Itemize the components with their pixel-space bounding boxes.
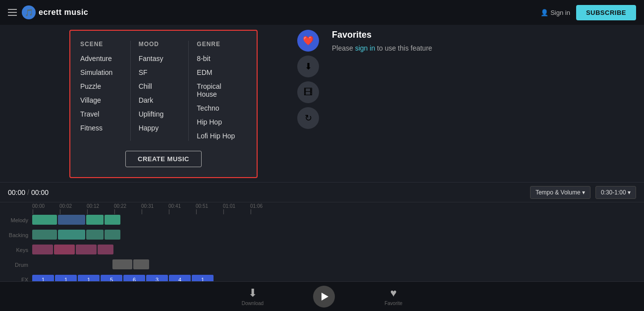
- timeline-area: 00:00 / 00:00 Tempo & Volume ▾ 0:30-1:00…: [0, 182, 644, 281]
- action-buttons-col: ❤️ ⬇ 🎞 ↻: [297, 30, 319, 129]
- backing-track: Backing: [0, 228, 644, 242]
- ruler-mark-7: 01:01|: [223, 203, 235, 214]
- scene-village[interactable]: Village: [80, 95, 125, 105]
- duration-button[interactable]: 0:30-1:00 ▾: [595, 186, 636, 199]
- backing-label: Backing: [0, 232, 32, 238]
- timeline-header: 00:00 / 00:00 Tempo & Volume ▾ 0:30-1:00…: [0, 183, 644, 202]
- duration-label: 0:30-1:00: [601, 189, 626, 196]
- play-icon: [322, 293, 328, 301]
- scene-column: SCENE Adventure Simulation Puzzle Villag…: [80, 41, 130, 141]
- tempo-label: Tempo & Volume: [536, 189, 581, 196]
- melody-blocks: [32, 215, 644, 226]
- heart-player-icon: ♥: [390, 287, 397, 300]
- keys-track: Keys: [0, 243, 644, 257]
- film-button[interactable]: 🎞: [297, 81, 319, 103]
- keys-block-3: [76, 245, 97, 254]
- header-left: 🎵 ecrett music: [8, 5, 88, 19]
- genre-techno[interactable]: Techno: [197, 103, 242, 113]
- main-area: SCENE Adventure Simulation Puzzle Villag…: [0, 25, 644, 192]
- keys-block-2: [54, 245, 75, 254]
- logo-icon: 🎵: [22, 5, 36, 19]
- drum-block-1: [112, 259, 132, 269]
- backing-block-1: [32, 230, 57, 240]
- backing-blocks: [32, 230, 644, 241]
- play-button[interactable]: [313, 286, 335, 308]
- heart-button[interactable]: ❤️: [297, 30, 319, 52]
- melody-block-4: [105, 215, 120, 225]
- sign-in-button[interactable]: 👤 Sign in: [540, 9, 570, 16]
- refresh-button[interactable]: ↻: [297, 107, 319, 129]
- header-right: 👤 Sign in SUBSCRIBE: [540, 5, 636, 20]
- download-player-icon: ⬇: [248, 287, 257, 300]
- time-separator: /: [27, 188, 29, 196]
- genre-header: GENRE: [197, 41, 242, 48]
- drum-blocks: [32, 259, 644, 270]
- total-time: 00:00: [31, 188, 49, 196]
- favorite-player-action[interactable]: ♥ Favorite: [384, 287, 402, 306]
- drum-track: Drum: [0, 258, 644, 272]
- time-display: 00:00 / 00:00: [8, 188, 49, 196]
- ruler-mark-1: 00:02|: [59, 203, 72, 214]
- sign-in-link[interactable]: sign in: [355, 44, 375, 52]
- genre-edm[interactable]: EDM: [197, 67, 242, 77]
- mood-header: MOOD: [139, 41, 184, 48]
- ruler-mark-6: 00:51|: [196, 203, 208, 214]
- favorites-panel: Favorites Please sign in to use this fea…: [332, 30, 432, 52]
- genre-8bit[interactable]: 8-bit: [197, 54, 242, 63]
- logo-area: 🎵 ecrett music: [22, 5, 88, 19]
- create-music-row: CREATE MUSIC: [80, 151, 247, 167]
- sign-in-label: Sign in: [550, 9, 570, 16]
- download-player-action[interactable]: ⬇ Download: [242, 287, 264, 306]
- mood-items: Fantasy SF Chill Dark Uplifting Happy: [139, 54, 184, 133]
- scene-items: Adventure Simulation Puzzle Village Trav…: [80, 54, 125, 133]
- hamburger-menu[interactable]: [8, 9, 17, 16]
- keys-block-1: [32, 245, 53, 254]
- melody-block-3: [86, 215, 104, 225]
- scene-travel[interactable]: Travel: [80, 109, 125, 119]
- header: 🎵 ecrett music 👤 Sign in SUBSCRIBE: [0, 0, 644, 25]
- genre-items: 8-bit EDM Tropical House Techno Hip Hop …: [197, 54, 242, 141]
- favorites-pre-text: Please: [332, 44, 355, 52]
- genre-tropical[interactable]: Tropical House: [197, 81, 242, 99]
- player-bar: ⬇ Download ♥ Favorite: [0, 281, 644, 311]
- tempo-volume-button[interactable]: Tempo & Volume ▾: [530, 186, 590, 199]
- mood-chill[interactable]: Chill: [139, 81, 184, 91]
- melody-label: Melody: [0, 217, 32, 223]
- scene-fitness[interactable]: Fitness: [80, 123, 125, 133]
- dropdown-panel: SCENE Adventure Simulation Puzzle Villag…: [69, 30, 258, 178]
- ruler-mark-0: 00:00|: [32, 203, 45, 214]
- favorites-post-text: to use this feature: [375, 44, 432, 52]
- keys-label: Keys: [0, 247, 32, 253]
- mood-sf[interactable]: SF: [139, 67, 184, 77]
- genre-lofi[interactable]: Lofi Hip Hop: [197, 131, 242, 141]
- backing-block-2: [58, 230, 85, 240]
- subscribe-button[interactable]: SUBSCRIBE: [576, 5, 636, 20]
- drum-block-2: [133, 259, 149, 269]
- mood-fantasy[interactable]: Fantasy: [139, 54, 184, 63]
- favorites-subtitle: Please sign in to use this feature: [332, 44, 432, 52]
- timeline-ruler: 00:00| 00:02| 00:12| 00:22| 00:31| 00:41…: [0, 202, 644, 212]
- ruler-mark-8: 01:06|: [250, 203, 263, 214]
- backing-block-4: [105, 230, 120, 240]
- dropdown-columns: SCENE Adventure Simulation Puzzle Villag…: [80, 41, 247, 141]
- ruler-mark-5: 00:41|: [168, 203, 181, 214]
- genre-hiphop[interactable]: Hip Hop: [197, 117, 242, 127]
- keys-blocks: [32, 245, 644, 255]
- scene-puzzle[interactable]: Puzzle: [80, 81, 125, 91]
- ruler-marks-container: 00:00| 00:02| 00:12| 00:22| 00:31| 00:41…: [32, 203, 280, 211]
- logo-text: ecrett music: [39, 8, 88, 17]
- scene-header: SCENE: [80, 41, 125, 48]
- create-music-button[interactable]: CREATE MUSIC: [125, 151, 202, 167]
- scene-simulation[interactable]: Simulation: [80, 67, 125, 77]
- mood-dark[interactable]: Dark: [139, 95, 184, 105]
- mood-uplifting[interactable]: Uplifting: [139, 109, 184, 119]
- ruler-mark-4: 00:31|: [141, 203, 154, 214]
- melody-block-1: [32, 215, 57, 225]
- mood-happy[interactable]: Happy: [139, 123, 184, 133]
- tracks-container: Melody Backing Keys: [0, 213, 644, 287]
- current-time: 00:00: [8, 188, 25, 196]
- scene-adventure[interactable]: Adventure: [80, 54, 125, 63]
- mood-column: MOOD Fantasy SF Chill Dark Uplifting Hap…: [130, 41, 189, 141]
- download-action-button[interactable]: ⬇: [297, 56, 319, 77]
- backing-block-3: [86, 230, 104, 240]
